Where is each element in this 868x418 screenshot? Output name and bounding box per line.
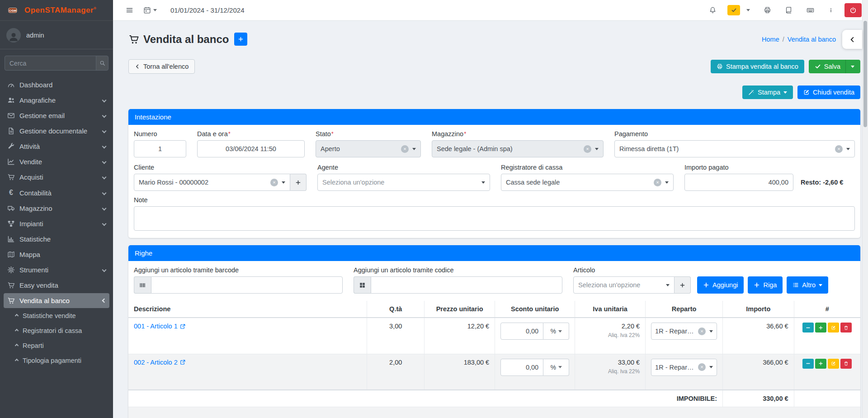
edit-row-button[interactable] (828, 323, 839, 332)
sidebar-item-acquisti[interactable]: Acquisti (4, 170, 109, 185)
print-dropdown-button[interactable]: Stampa (742, 86, 793, 99)
table-row: 001 - Articolo 1 3,00 12,20 € % (128, 318, 860, 354)
sconto-input[interactable] (500, 323, 543, 340)
data-e-ora-input[interactable] (197, 140, 305, 157)
delete-row-button[interactable] (840, 323, 852, 332)
sconto-unit-select[interactable]: % (543, 359, 569, 376)
rows-panel-title: Righe (128, 245, 860, 261)
bell-icon (709, 6, 717, 14)
sidebar-item-statistiche[interactable]: Statistiche (4, 232, 109, 247)
sidebar-item-easy-vendita[interactable]: Easy vendita (4, 278, 109, 293)
importo-pagato-input[interactable] (684, 174, 793, 191)
sidebar-item-impianti[interactable]: Impianti (4, 216, 109, 231)
clear-icon[interactable]: × (654, 179, 661, 186)
panel-collapse-button[interactable] (842, 30, 862, 49)
articolo-select[interactable]: Seleziona un'opzione (573, 276, 675, 294)
altro-dropdown-button[interactable]: Altro (787, 276, 828, 294)
info-button[interactable] (826, 4, 836, 17)
search-button[interactable] (96, 56, 108, 70)
magic-wand-icon (748, 89, 755, 95)
clear-icon[interactable]: × (698, 363, 706, 371)
navbar-right-icons (706, 3, 862, 17)
decrease-qty-button[interactable] (802, 323, 814, 332)
print-queue-button[interactable] (761, 4, 774, 17)
delete-row-button[interactable] (840, 359, 852, 369)
article-link[interactable]: 001 - Articolo 1 (134, 323, 186, 330)
sidebar-item-strumenti[interactable]: Strumenti (4, 262, 109, 277)
registratore-di-cassa-select[interactable]: Cassa sede legale × (501, 174, 674, 191)
sidebar-item-dashboard[interactable]: Dashboard (4, 77, 109, 92)
add-articolo-button[interactable] (675, 276, 691, 294)
sidebar-subitem-tipologia-pagamenti[interactable]: Tipologia pagamenti (4, 353, 109, 368)
vendita-al-banco-submenu: Statistiche vendite Registratori di cass… (4, 309, 109, 368)
edit-icon (831, 361, 836, 366)
logout-button[interactable] (844, 3, 862, 17)
breadcrumb-home-link[interactable]: Home (762, 36, 779, 43)
back-to-list-button[interactable]: Torna all'elenco (128, 59, 195, 74)
search-input[interactable] (5, 56, 96, 70)
scrollbar-thumb[interactable] (863, 21, 867, 127)
articolo-label: Articolo (573, 266, 691, 274)
caret-down-icon (558, 330, 562, 332)
sidebar-item-anagrafiche[interactable]: Anagrafiche (4, 93, 109, 108)
shortcuts-button[interactable] (803, 4, 817, 17)
sidebar-item-gestione-email[interactable]: Gestione email (4, 108, 109, 123)
sidebar-item-attivita[interactable]: Attività (4, 139, 109, 154)
barcode-input[interactable] (151, 276, 343, 294)
riga-button[interactable]: Riga (748, 276, 783, 294)
reparto-select[interactable]: 1R - Reparto 1... × (651, 359, 717, 376)
sidebar-item-contabilita[interactable]: €Contabilità (4, 185, 109, 200)
codice-input[interactable] (371, 276, 562, 294)
docs-button[interactable] (782, 4, 795, 17)
sconto-input[interactable] (500, 359, 543, 376)
reparto-select[interactable]: 1R - Reparto 1... × (651, 323, 717, 340)
sidebar-subitem-statistiche-vendite[interactable]: Statistiche vendite (4, 309, 109, 323)
calendar-dropdown-button[interactable] (141, 4, 160, 17)
print-sale-button[interactable]: Stampa vendita al banco (711, 60, 804, 73)
pagamento-select[interactable]: Rimessa diretta (1T) × (614, 140, 855, 157)
add-cliente-button[interactable] (290, 174, 307, 191)
sidebar-subitem-reparti[interactable]: Reparti (4, 338, 109, 353)
save-button[interactable]: Salva (809, 60, 860, 73)
stato-select[interactable]: Aperto × (316, 140, 421, 157)
clear-icon[interactable]: × (584, 145, 591, 153)
numero-input[interactable] (134, 140, 186, 157)
date-range[interactable]: 01/01/2024 - 31/12/2024 (170, 6, 244, 14)
checklist-button[interactable] (727, 5, 740, 15)
breadcrumb-current-link[interactable]: Vendita al banco (788, 36, 836, 43)
sidebar-item-vendita-al-banco[interactable]: Vendita al banco (4, 293, 109, 308)
brand[interactable]: OSM OpenSTAManager® (0, 0, 113, 21)
cliente-select[interactable]: Mario Rossi - 00000002 × (134, 174, 290, 191)
checklist-dropdown-toggle[interactable] (744, 6, 753, 14)
clear-icon[interactable]: × (270, 179, 278, 186)
caret-down-icon (282, 181, 285, 184)
clear-icon[interactable]: × (698, 328, 706, 335)
sconto-unit-select[interactable]: % (543, 323, 569, 340)
sidebar-item-vendite[interactable]: Vendite (4, 154, 109, 169)
edit-icon (803, 89, 810, 95)
increase-qty-button[interactable] (815, 323, 826, 332)
scrollbar[interactable] (862, 0, 868, 418)
note-textarea[interactable] (134, 206, 855, 231)
clear-icon[interactable]: × (835, 145, 843, 153)
notifications-button[interactable] (706, 4, 719, 17)
sidebar-item-gestione-documentale[interactable]: Gestione documentale (4, 124, 109, 138)
sidebar-item-magazzino[interactable]: Magazzino (4, 201, 109, 216)
sidebar-nav: Dashboard Anagrafiche Gestione email Ges… (0, 75, 113, 418)
sidebar-subitem-registratori-di-cassa[interactable]: Registratori di cassa (4, 323, 109, 338)
aggiungi-button[interactable]: Aggiungi (697, 276, 744, 294)
sidebar-item-mappa[interactable]: Mappa (4, 247, 109, 262)
magazzino-select[interactable]: Sede legale - (Admin spa) × (432, 140, 604, 157)
increase-qty-button[interactable] (815, 359, 826, 369)
trash-icon (844, 325, 849, 330)
clear-icon[interactable]: × (401, 145, 409, 153)
article-link[interactable]: 002 - Articolo 2 (134, 359, 186, 366)
decrease-qty-button[interactable] (802, 359, 814, 369)
new-record-button[interactable] (234, 33, 247, 46)
edit-row-button[interactable] (828, 359, 839, 369)
agente-select[interactable]: Seleziona un'opzione (317, 174, 490, 191)
chevron-left-icon (102, 129, 107, 133)
sidebar-toggle-button[interactable] (123, 4, 136, 17)
close-sale-button[interactable]: Chiudi vendita (797, 86, 860, 99)
grid-addon (354, 276, 371, 294)
